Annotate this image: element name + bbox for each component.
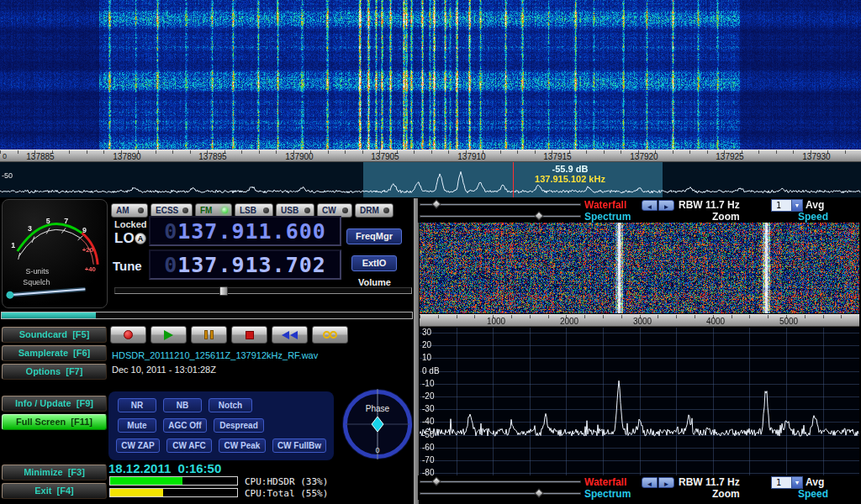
dropdown-arrow-icon[interactable]: ▼: [791, 477, 802, 488]
mode-fm-label: FM: [200, 206, 212, 215]
tune-frequency-display[interactable]: 0137.913.702: [149, 249, 341, 280]
mode-am-label: AM: [116, 206, 129, 215]
rewind-button[interactable]: [272, 326, 308, 344]
pause-button[interactable]: [191, 326, 227, 344]
lo-leading-digit: 0: [164, 219, 177, 244]
mode-ecss-label: ECSS: [156, 206, 178, 215]
slider-thumb[interactable]: [534, 211, 543, 220]
main-spectrum-display[interactable]: -50 -55.9 dB 137.915.102 kHz: [0, 162, 861, 197]
samplerate-button[interactable]: Samplerate [F6]: [2, 345, 107, 361]
tune-label: Tune: [113, 259, 142, 273]
shift-right-button[interactable]: ►: [658, 477, 674, 488]
db-axis-zero-label: 0: [3, 152, 7, 160]
cpu-hdsdr-bar: [109, 476, 238, 486]
stop-icon: [246, 331, 254, 339]
squelch-slider-fill[interactable]: [2, 312, 96, 318]
lo-frequency-display[interactable]: 0137.911.600: [149, 216, 341, 246]
dropdown-arrow-icon[interactable]: ▼: [791, 200, 802, 211]
cw-peak-button[interactable]: CW Peak: [219, 438, 266, 453]
tune-leading-digit: 0: [164, 253, 177, 277]
record-button[interactable]: [110, 326, 146, 344]
mode-lsb-led-icon: [263, 207, 269, 213]
freq-tick: 1000: [479, 317, 513, 326]
agc-button[interactable]: AGC Off: [163, 418, 207, 433]
slider-track[interactable]: [420, 480, 581, 483]
lo-lock-button[interactable]: A: [135, 233, 146, 244]
right-arrow-icon: ►: [663, 480, 670, 488]
mute-button[interactable]: Mute: [118, 418, 156, 433]
soundcard-button[interactable]: Soundcard [F5]: [2, 327, 107, 343]
freq-tick: 137925: [709, 152, 751, 161]
nb-button[interactable]: NB: [163, 398, 202, 412]
nr-button[interactable]: NR: [118, 398, 156, 412]
avg-label: Avg: [806, 199, 824, 211]
stop-button[interactable]: [231, 326, 267, 344]
smeter-tick-9: 9: [82, 226, 87, 234]
s-meter: 1 3 5 7 9 +20 +40 S-units Squelch: [2, 199, 108, 308]
avg-combo[interactable]: 1 ▼: [771, 199, 803, 212]
datetime-display: 18.12.2011 0:16:50: [108, 461, 221, 475]
slider-thumb[interactable]: [431, 476, 441, 486]
play-button[interactable]: [151, 326, 187, 344]
audio-spectrum-display[interactable]: [420, 328, 859, 475]
main-waterfall-display[interactable]: [0, 0, 861, 150]
spectrum-zoom-slider[interactable]: [420, 212, 581, 221]
mode-fm-led-icon: [222, 207, 228, 213]
left-arrow-icon: ◄: [647, 480, 653, 488]
extio-button[interactable]: ExtIO: [351, 255, 397, 271]
cpu-hdsdr-bar-fill: [110, 477, 182, 485]
freq-tick: 137900: [278, 152, 320, 161]
freq-tick: 3000: [626, 317, 659, 326]
record-icon: [124, 330, 133, 339]
exit-button[interactable]: Exit [F4]: [2, 483, 107, 499]
waterfall-contrast-slider[interactable]: [420, 200, 581, 209]
squelch-slider[interactable]: [1, 312, 413, 319]
smeter-tick-3: 3: [28, 224, 32, 233]
slider-track[interactable]: [420, 215, 581, 218]
cpu-total-bar-fill: [110, 489, 163, 496]
volume-slider-thumb[interactable]: [219, 286, 228, 296]
main-spectrum-canvas[interactable]: [0, 162, 861, 197]
cw-fullbw-button[interactable]: CW FullBw: [272, 438, 326, 453]
volume-label: Volume: [358, 277, 391, 287]
notch-button[interactable]: Notch: [209, 398, 252, 412]
mode-drm-button[interactable]: DRM: [355, 203, 394, 218]
slider-thumb[interactable]: [431, 199, 441, 208]
slider-thumb[interactable]: [534, 488, 543, 497]
db-tick: 30: [422, 328, 431, 337]
panel-divider: [414, 198, 419, 504]
volume-slider[interactable]: [114, 287, 412, 294]
audio-frequency-ruler[interactable]: 1000 2000 3000 4000 5000: [420, 314, 859, 327]
waterfall-contrast-slider[interactable]: [420, 477, 581, 486]
mode-am-button[interactable]: AM: [111, 203, 148, 218]
avg-combo[interactable]: 1 ▼: [771, 476, 803, 489]
avg-combo-value: 1: [772, 477, 791, 488]
freq-tick: 137910: [451, 152, 493, 161]
smeter-needle-pivot: [6, 291, 13, 299]
smeter-tick-5: 5: [46, 217, 50, 225]
slider-track[interactable]: [420, 492, 581, 495]
mode-cw-label: CW: [322, 206, 336, 215]
cw-afc-button[interactable]: CW AFC: [166, 438, 212, 453]
loop-button[interactable]: [312, 326, 348, 344]
spectrum-label: Spectrum: [584, 211, 631, 223]
fullscreen-button[interactable]: Full Screen [F11]: [2, 414, 107, 430]
mode-drm-led-icon: [383, 207, 389, 213]
spectrum-zoom-slider[interactable]: [420, 489, 581, 498]
phase-value: 0: [375, 446, 379, 454]
cpu-hdsdr-label: CPU:HDSDR (33%): [245, 476, 328, 487]
despread-button[interactable]: Despread: [214, 418, 264, 433]
main-frequency-ruler[interactable]: 0 137885 137890 137895 137900 137905 137…: [0, 150, 861, 162]
audio-waterfall-display[interactable]: [420, 223, 859, 313]
shift-left-button[interactable]: ◄: [642, 200, 658, 211]
freqmgr-button[interactable]: FreqMgr: [346, 228, 402, 244]
rbw-label: RBW 11.7 Hz: [679, 199, 740, 211]
shift-left-button[interactable]: ◄: [642, 477, 658, 488]
shift-right-button[interactable]: ►: [658, 200, 674, 211]
hdsdr-window: 0 137885 137890 137895 137900 137905 137…: [0, 0, 861, 504]
minimize-button[interactable]: Minimize [F3]: [2, 465, 107, 480]
slider-track[interactable]: [420, 203, 581, 206]
options-button[interactable]: Options [F7]: [2, 364, 107, 380]
recording-filename: HDSDR_20111210_125611Z_137912kHz_RF.wav: [112, 350, 318, 360]
info-update-button[interactable]: Info / Update [F9]: [2, 396, 107, 412]
